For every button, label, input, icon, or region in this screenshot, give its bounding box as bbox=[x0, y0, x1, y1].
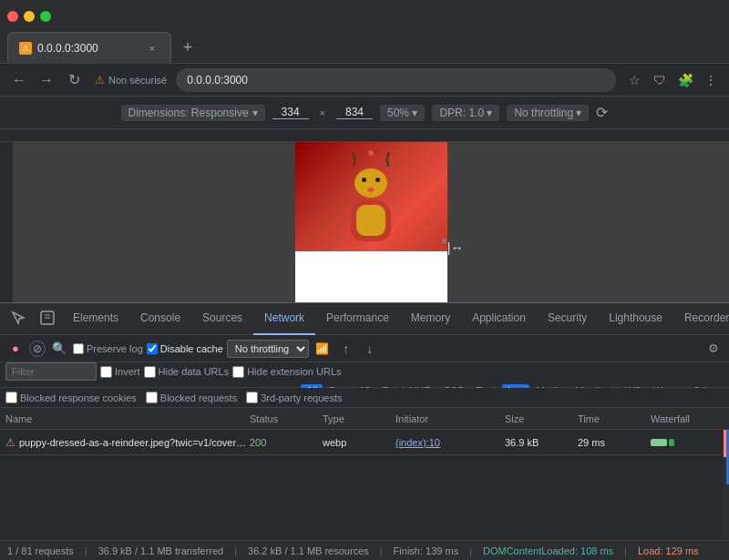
record-button[interactable]: ● bbox=[5, 339, 26, 359]
maximize-button[interactable] bbox=[40, 11, 51, 22]
network-table: ⚠ puppy-dressed-as-a-reindeer.jpeg?twic=… bbox=[0, 430, 729, 540]
back-button[interactable]: ← bbox=[7, 68, 31, 92]
col-status[interactable]: Status bbox=[250, 413, 323, 424]
tab-sources[interactable]: Sources bbox=[191, 303, 253, 335]
shield-icon[interactable]: 🛡 bbox=[649, 69, 671, 91]
network-toolbar: ● ⊘ 🔍 Preserve log Disable cache No thro… bbox=[0, 335, 729, 362]
viewport: ≡ |↔ bbox=[0, 129, 729, 302]
preserve-log-checkbox[interactable]: Preserve log bbox=[73, 343, 143, 354]
devtools-tab-bar: Elements Console Sources Network Perform… bbox=[0, 303, 729, 335]
menu-icon[interactable]: ⋮ bbox=[700, 69, 722, 91]
hide-data-urls-checkbox[interactable]: Hide data URLs bbox=[144, 366, 230, 378]
hide-extension-urls-checkbox[interactable]: Hide extension URLs bbox=[232, 366, 341, 378]
title-bar bbox=[0, 0, 729, 32]
resize-icon: ≡ bbox=[442, 236, 447, 246]
scrollbar-track bbox=[722, 430, 729, 540]
col-waterfall[interactable]: Waterfall bbox=[651, 413, 724, 424]
cursor-indicator: |↔ bbox=[447, 240, 464, 255]
page-white-area bbox=[295, 251, 447, 302]
tab-bar: ⚠ 0.0.0.0:3000 × + bbox=[0, 32, 729, 64]
error-icon: ⚠ bbox=[5, 436, 15, 449]
security-badge: ⚠ Non sécurisé bbox=[89, 74, 172, 87]
tab-network[interactable]: Network bbox=[253, 303, 315, 335]
search-button[interactable]: 🔍 bbox=[49, 339, 69, 359]
new-tab-button[interactable]: + bbox=[175, 35, 200, 60]
page-image bbox=[295, 142, 447, 251]
url-input[interactable] bbox=[176, 68, 616, 92]
chevron-down-icon: ▾ bbox=[412, 107, 417, 119]
dpr-value: DPR: 1.0 bbox=[439, 107, 484, 119]
width-input[interactable] bbox=[272, 106, 309, 119]
transferred-size: 36.9 kB / 1.1 MB transferred bbox=[98, 545, 224, 556]
blocked-response-cookies-checkbox[interactable]: Blocked response cookies bbox=[5, 392, 137, 403]
col-time[interactable]: Time bbox=[578, 413, 651, 424]
bookmark-icon[interactable]: ☆ bbox=[623, 69, 645, 91]
tab-close-button[interactable]: × bbox=[145, 41, 159, 56]
waterfall-cell bbox=[651, 439, 724, 446]
chevron-down-icon: ▾ bbox=[487, 107, 492, 119]
window-controls bbox=[7, 11, 51, 22]
waterfall-bar bbox=[651, 439, 667, 446]
dimension-separator: × bbox=[320, 107, 325, 118]
col-size[interactable]: Size bbox=[505, 413, 578, 424]
resources-size: 36.2 kB / 1.1 MB resources bbox=[248, 545, 369, 556]
zoom-value: 50% bbox=[387, 107, 409, 119]
horizontal-ruler bbox=[0, 129, 729, 142]
status-cell: 200 bbox=[250, 437, 323, 448]
blocked-requests-checkbox[interactable]: Blocked requests bbox=[146, 392, 237, 403]
filter-bar-2: Blocked response cookies Blocked request… bbox=[0, 388, 729, 408]
tab-favicon: ⚠ bbox=[19, 42, 32, 55]
scroll-red bbox=[724, 430, 726, 457]
chevron-down-icon: ▾ bbox=[252, 107, 258, 119]
close-button[interactable] bbox=[7, 11, 18, 22]
extension-icon[interactable]: 🧩 bbox=[674, 69, 696, 91]
filter-input[interactable] bbox=[5, 362, 97, 381]
nav-bar: ← → ↻ ⚠ Non sécurisé ☆ 🛡 🧩 ⋮ bbox=[0, 64, 729, 97]
dimensions-selector[interactable]: Dimensions: Responsive ▾ bbox=[121, 105, 265, 121]
height-input[interactable] bbox=[336, 106, 373, 119]
col-name[interactable]: Name bbox=[5, 413, 250, 424]
chevron-down-icon: ▾ bbox=[576, 107, 581, 119]
devtools-tab-icon1[interactable] bbox=[4, 303, 33, 335]
tab-recorder[interactable]: Recorder ⬤ bbox=[673, 303, 729, 335]
throttle-select[interactable]: No throttling bbox=[227, 340, 309, 358]
devtools-tab-icon2[interactable] bbox=[33, 303, 62, 335]
type-cell: webp bbox=[323, 437, 395, 448]
upload-icon[interactable]: ↑ bbox=[336, 339, 356, 359]
disable-cache-checkbox[interactable]: Disable cache bbox=[147, 343, 223, 354]
dom-content-loaded: DOMContentLoaded: 108 ms bbox=[483, 545, 613, 556]
rotate-icon[interactable]: ⟳ bbox=[596, 104, 608, 121]
dpr-selector[interactable]: DPR: 1.0 ▾ bbox=[432, 105, 499, 121]
time-cell: 29 ms bbox=[578, 437, 651, 448]
zoom-selector[interactable]: 50% ▾ bbox=[380, 105, 425, 121]
requests-count: 1 / 81 requests bbox=[7, 545, 74, 556]
throttle-selector[interactable]: No throttling ▾ bbox=[507, 105, 589, 121]
forward-button[interactable]: → bbox=[35, 68, 58, 92]
network-settings-icon[interactable]: ⚙ bbox=[703, 339, 724, 359]
col-type[interactable]: Type bbox=[323, 413, 395, 424]
clear-button[interactable]: ⊘ bbox=[29, 341, 46, 357]
third-party-requests-checkbox[interactable]: 3rd-party requests bbox=[246, 392, 342, 403]
tab-memory[interactable]: Memory bbox=[400, 303, 461, 335]
device-toolbar: Dimensions: Responsive ▾ × 50% ▾ DPR: 1.… bbox=[0, 97, 729, 129]
tab-elements[interactable]: Elements bbox=[62, 303, 129, 335]
waterfall-bar-2 bbox=[669, 439, 674, 446]
minimize-button[interactable] bbox=[24, 11, 35, 22]
tab-application[interactable]: Application bbox=[461, 303, 537, 335]
tab-security[interactable]: Security bbox=[537, 303, 598, 335]
tab-console[interactable]: Console bbox=[129, 303, 191, 335]
reload-button[interactable]: ↻ bbox=[62, 68, 86, 92]
resize-handle[interactable]: ≡ bbox=[441, 142, 448, 302]
table-row[interactable]: ⚠ puppy-dressed-as-a-reindeer.jpeg?twic=… bbox=[0, 430, 729, 455]
load-time: Load: 129 ms bbox=[638, 545, 699, 556]
initiator-cell: (index):10 bbox=[395, 437, 505, 448]
throttle-value: No throttling bbox=[514, 107, 573, 119]
element-icon bbox=[40, 311, 55, 325]
tab-lighthouse[interactable]: Lighthouse bbox=[598, 303, 673, 335]
download-icon[interactable]: ↓ bbox=[360, 339, 380, 359]
invert-checkbox[interactable]: Invert bbox=[100, 366, 140, 378]
tab-performance[interactable]: Performance bbox=[315, 303, 400, 335]
status-bar: 1 / 81 requests | 36.9 kB / 1.1 MB trans… bbox=[0, 540, 729, 560]
browser-tab[interactable]: ⚠ 0.0.0.0:3000 × bbox=[7, 32, 171, 63]
col-initiator[interactable]: Initiator bbox=[395, 413, 505, 424]
